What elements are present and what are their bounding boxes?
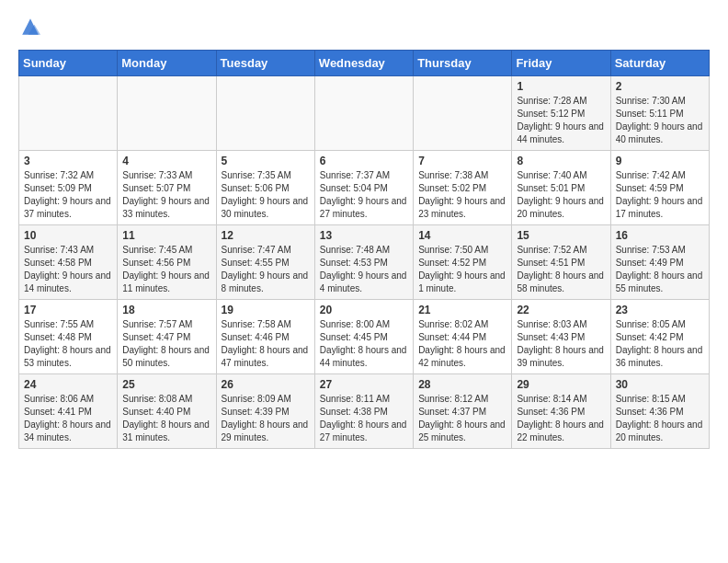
calendar-cell: 26Sunrise: 8:09 AM Sunset: 4:39 PM Dayli… (216, 374, 314, 449)
day-info: Sunrise: 8:11 AM Sunset: 4:38 PM Dayligh… (320, 393, 408, 444)
calendar-cell: 12Sunrise: 7:47 AM Sunset: 4:55 PM Dayli… (216, 225, 314, 300)
calendar-cell: 19Sunrise: 7:58 AM Sunset: 4:46 PM Dayli… (216, 300, 314, 374)
day-number: 19 (222, 304, 310, 316)
weekday-header-thursday: Thursday (414, 51, 512, 76)
day-number: 24 (24, 378, 112, 391)
day-number: 10 (24, 229, 112, 242)
day-info: Sunrise: 7:48 AM Sunset: 4:53 PM Dayligh… (320, 244, 408, 295)
day-number: 27 (320, 378, 408, 391)
day-number: 13 (320, 229, 408, 242)
day-info: Sunrise: 7:42 AM Sunset: 4:59 PM Dayligh… (616, 169, 704, 221)
calendar-cell (216, 76, 314, 151)
day-info: Sunrise: 7:37 AM Sunset: 5:04 PM Dayligh… (320, 169, 408, 221)
calendar-cell: 9Sunrise: 7:42 AM Sunset: 4:59 PM Daylig… (610, 151, 709, 225)
calendar-week-4: 24Sunrise: 8:06 AM Sunset: 4:41 PM Dayli… (19, 374, 710, 449)
day-number: 4 (122, 155, 210, 167)
calendar-cell: 29Sunrise: 8:14 AM Sunset: 4:36 PM Dayli… (512, 374, 610, 449)
calendar-cell: 23Sunrise: 8:05 AM Sunset: 4:42 PM Dayli… (610, 300, 709, 374)
day-number: 14 (418, 229, 506, 242)
calendar-cell: 15Sunrise: 7:52 AM Sunset: 4:51 PM Dayli… (512, 225, 610, 300)
logo (18, 15, 40, 40)
calendar-cell (19, 76, 118, 151)
calendar-cell: 7Sunrise: 7:38 AM Sunset: 5:02 PM Daylig… (414, 151, 512, 225)
calendar-table: SundayMondayTuesdayWednesdayThursdayFrid… (18, 50, 710, 449)
calendar-cell: 30Sunrise: 8:15 AM Sunset: 4:36 PM Dayli… (610, 374, 709, 449)
day-info: Sunrise: 7:38 AM Sunset: 5:02 PM Dayligh… (418, 169, 506, 221)
day-number: 25 (122, 378, 210, 391)
calendar-cell (414, 76, 512, 151)
calendar-cell: 8Sunrise: 7:40 AM Sunset: 5:01 PM Daylig… (512, 151, 610, 225)
calendar-cell: 11Sunrise: 7:45 AM Sunset: 4:56 PM Dayli… (118, 225, 216, 300)
day-info: Sunrise: 7:47 AM Sunset: 4:55 PM Dayligh… (222, 244, 310, 295)
day-info: Sunrise: 7:32 AM Sunset: 5:09 PM Dayligh… (24, 169, 112, 221)
day-number: 29 (517, 378, 605, 391)
day-number: 17 (24, 304, 112, 316)
calendar-header-row: SundayMondayTuesdayWednesdayThursdayFrid… (19, 51, 710, 76)
day-number: 23 (616, 304, 704, 316)
day-info: Sunrise: 8:15 AM Sunset: 4:36 PM Dayligh… (616, 393, 704, 444)
calendar-cell: 3Sunrise: 7:32 AM Sunset: 5:09 PM Daylig… (19, 151, 118, 225)
day-info: Sunrise: 7:30 AM Sunset: 5:11 PM Dayligh… (616, 95, 704, 146)
calendar-cell: 2Sunrise: 7:30 AM Sunset: 5:11 PM Daylig… (610, 76, 709, 151)
day-number: 3 (24, 155, 112, 167)
day-number: 12 (222, 229, 310, 242)
day-number: 21 (418, 304, 506, 316)
day-info: Sunrise: 7:55 AM Sunset: 4:48 PM Dayligh… (24, 318, 112, 370)
day-info: Sunrise: 8:06 AM Sunset: 4:41 PM Dayligh… (24, 393, 112, 444)
day-info: Sunrise: 8:05 AM Sunset: 4:42 PM Dayligh… (616, 318, 704, 370)
day-info: Sunrise: 8:02 AM Sunset: 4:44 PM Dayligh… (418, 318, 506, 370)
calendar-cell: 5Sunrise: 7:35 AM Sunset: 5:06 PM Daylig… (216, 151, 314, 225)
day-number: 26 (222, 378, 310, 391)
day-number: 15 (517, 229, 605, 242)
day-info: Sunrise: 7:40 AM Sunset: 5:01 PM Dayligh… (517, 169, 605, 221)
calendar-cell: 13Sunrise: 7:48 AM Sunset: 4:53 PM Dayli… (314, 225, 413, 300)
calendar-week-2: 10Sunrise: 7:43 AM Sunset: 4:58 PM Dayli… (19, 225, 710, 300)
day-number: 7 (418, 155, 506, 167)
day-number: 18 (122, 304, 210, 316)
weekday-header-monday: Monday (118, 51, 216, 76)
day-info: Sunrise: 7:57 AM Sunset: 4:47 PM Dayligh… (122, 318, 210, 370)
calendar-cell (118, 76, 216, 151)
day-info: Sunrise: 7:58 AM Sunset: 4:46 PM Dayligh… (222, 318, 310, 370)
day-number: 28 (418, 378, 506, 391)
header (18, 15, 710, 40)
calendar-cell: 27Sunrise: 8:11 AM Sunset: 4:38 PM Dayli… (314, 374, 413, 449)
calendar-week-0: 1Sunrise: 7:28 AM Sunset: 5:12 PM Daylig… (19, 76, 710, 151)
calendar-cell: 20Sunrise: 8:00 AM Sunset: 4:45 PM Dayli… (314, 300, 413, 374)
calendar-cell: 28Sunrise: 8:12 AM Sunset: 4:37 PM Dayli… (414, 374, 512, 449)
day-info: Sunrise: 7:35 AM Sunset: 5:06 PM Dayligh… (222, 169, 310, 221)
calendar-cell: 22Sunrise: 8:03 AM Sunset: 4:43 PM Dayli… (512, 300, 610, 374)
weekday-header-tuesday: Tuesday (216, 51, 314, 76)
day-number: 30 (616, 378, 704, 391)
day-info: Sunrise: 8:12 AM Sunset: 4:37 PM Dayligh… (418, 393, 506, 444)
weekday-header-sunday: Sunday (19, 51, 118, 76)
calendar-cell: 1Sunrise: 7:28 AM Sunset: 5:12 PM Daylig… (512, 76, 610, 151)
day-number: 5 (222, 155, 310, 167)
day-info: Sunrise: 8:03 AM Sunset: 4:43 PM Dayligh… (517, 318, 605, 370)
day-info: Sunrise: 7:33 AM Sunset: 5:07 PM Dayligh… (122, 169, 210, 221)
calendar-cell: 24Sunrise: 8:06 AM Sunset: 4:41 PM Dayli… (19, 374, 118, 449)
calendar-cell: 21Sunrise: 8:02 AM Sunset: 4:44 PM Dayli… (414, 300, 512, 374)
calendar-cell (314, 76, 413, 151)
day-info: Sunrise: 8:00 AM Sunset: 4:45 PM Dayligh… (320, 318, 408, 370)
calendar-cell: 14Sunrise: 7:50 AM Sunset: 4:52 PM Dayli… (414, 225, 512, 300)
logo-icon (18, 15, 40, 40)
calendar-week-1: 3Sunrise: 7:32 AM Sunset: 5:09 PM Daylig… (19, 151, 710, 225)
day-number: 6 (320, 155, 408, 167)
day-info: Sunrise: 7:43 AM Sunset: 4:58 PM Dayligh… (24, 244, 112, 295)
calendar-week-3: 17Sunrise: 7:55 AM Sunset: 4:48 PM Dayli… (19, 300, 710, 374)
day-number: 20 (320, 304, 408, 316)
day-number: 2 (616, 80, 704, 93)
day-number: 11 (122, 229, 210, 242)
calendar-cell: 6Sunrise: 7:37 AM Sunset: 5:04 PM Daylig… (314, 151, 413, 225)
weekday-header-saturday: Saturday (610, 51, 709, 76)
day-info: Sunrise: 7:52 AM Sunset: 4:51 PM Dayligh… (517, 244, 605, 295)
day-number: 22 (517, 304, 605, 316)
page: SundayMondayTuesdayWednesdayThursdayFrid… (0, 0, 728, 464)
weekday-header-wednesday: Wednesday (314, 51, 413, 76)
day-number: 1 (517, 80, 605, 93)
calendar-cell: 18Sunrise: 7:57 AM Sunset: 4:47 PM Dayli… (118, 300, 216, 374)
day-info: Sunrise: 7:50 AM Sunset: 4:52 PM Dayligh… (418, 244, 506, 295)
day-info: Sunrise: 8:14 AM Sunset: 4:36 PM Dayligh… (517, 393, 605, 444)
day-info: Sunrise: 7:53 AM Sunset: 4:49 PM Dayligh… (616, 244, 704, 295)
